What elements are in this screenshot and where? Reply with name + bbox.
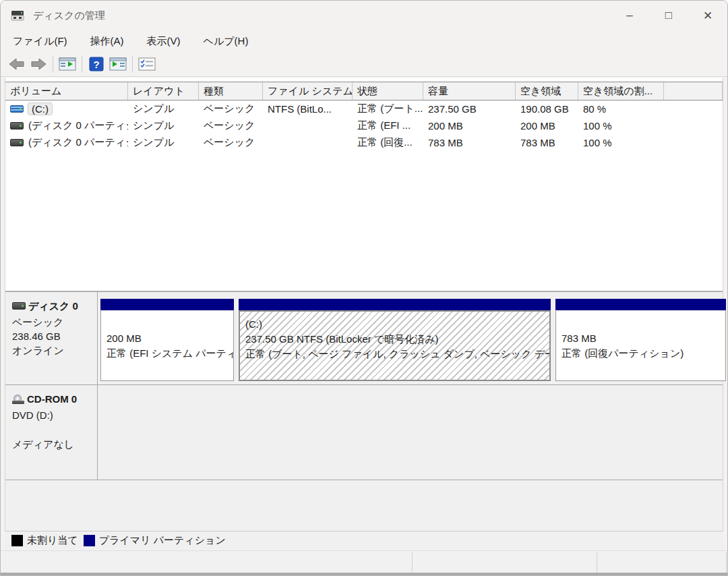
type-cell: ベーシック <box>199 134 263 151</box>
help-icon[interactable]: ? <box>86 55 107 74</box>
maximize-button[interactable]: □ <box>649 1 688 30</box>
volume-disk-icon <box>10 105 24 113</box>
table-row-efi-partition[interactable]: (ディスク 0 パーティシ... シンプル ベーシック 正常 (EFI ... … <box>5 117 723 134</box>
volume-list-header: ボリューム レイアウト 種類 ファイル システム 状態 容量 空き領域 空き領域… <box>5 82 723 100</box>
partition-recovery[interactable]: 783 MB 正常 (回復パーティション) <box>555 299 726 381</box>
toolbar: ? <box>1 52 727 77</box>
cdrom-name: CD-ROM 0 <box>27 392 77 406</box>
cdrom-empty-area <box>98 385 723 480</box>
column-header-filesystem[interactable]: ファイル システム <box>263 82 353 100</box>
menu-bar: ファイル(F) 操作(A) 表示(V) ヘルプ(H) <box>1 30 727 52</box>
status-bar-section <box>1 552 413 573</box>
minimize-button[interactable]: – <box>610 1 649 30</box>
cdrom-media-status: メディアなし <box>12 437 93 451</box>
menu-action[interactable]: 操作(A) <box>90 35 124 48</box>
window-bottom-edge <box>1 573 727 575</box>
column-header-free-space[interactable]: 空き領域 <box>516 82 578 100</box>
type-cell: ベーシック <box>199 117 263 134</box>
disk0-name: ディスク 0 <box>28 299 78 313</box>
partition-size: 237.50 GB NTFS (BitLocker で暗号化済み) <box>245 332 544 347</box>
percent-free-cell: 100 % <box>578 134 664 151</box>
column-header-status[interactable]: 状態 <box>353 82 423 100</box>
column-header-volume[interactable]: ボリューム <box>5 82 128 100</box>
volume-name-cell: (C:) <box>5 100 128 117</box>
unallocated-swatch <box>11 535 23 546</box>
volume-label: (ディスク 0 パーティシ... <box>28 119 128 132</box>
partition-status: 正常 (回復パーティション) <box>562 346 720 361</box>
status-bar-section <box>414 552 597 573</box>
disk0-partitions: 200 MB 正常 (EFI システム パーティシ (C:) 237.50 GB… <box>98 292 728 384</box>
disk-management-window: ディスクの管理 – □ ✕ ファイル(F) 操作(A) 表示(V) ヘルプ(H) <box>0 0 728 576</box>
toolbar-separator <box>82 56 82 72</box>
layout-cell: シンプル <box>128 117 199 134</box>
menu-view[interactable]: 表示(V) <box>147 35 181 48</box>
disk-icon <box>12 302 26 310</box>
window-controls: – □ ✕ <box>610 1 727 30</box>
disk0-row: ディスク 0 ベーシック 238.46 GB オンライン 200 MB 正常 (… <box>5 291 723 385</box>
partition-status: 正常 (ブート, ページ ファイル, クラッシュ ダンプ, ベーシック データ … <box>245 347 544 362</box>
column-header-layout[interactable]: レイアウト <box>128 82 199 100</box>
cdrom-drive-letter: DVD (D:) <box>12 408 93 422</box>
column-header-type[interactable]: 種類 <box>199 82 263 100</box>
legend-bar: 未割り当て プライマリ パーティション <box>5 531 723 549</box>
disk0-status: オンライン <box>12 343 93 357</box>
action-pane-icon[interactable] <box>107 55 129 74</box>
cdrom-row: CD-ROM 0 DVD (D:) メディアなし <box>5 385 723 480</box>
volume-disk-icon <box>10 139 24 146</box>
primary-partition-swatch <box>84 535 95 546</box>
partition-c[interactable]: (C:) 237.50 GB NTFS (BitLocker で暗号化済み) 正… <box>239 299 551 381</box>
console-tree-icon[interactable] <box>57 55 78 74</box>
menu-file[interactable]: ファイル(F) <box>13 35 67 48</box>
close-button[interactable]: ✕ <box>688 1 727 30</box>
column-header-percent-free[interactable]: 空き領域の割... <box>578 82 664 100</box>
cdrom-info-panel[interactable]: CD-ROM 0 DVD (D:) メディアなし <box>5 385 98 480</box>
layout-cell: シンプル <box>128 134 199 151</box>
capacity-cell: 237.50 GB <box>423 100 516 117</box>
graphical-view: ディスク 0 ベーシック 238.46 GB オンライン 200 MB 正常 (… <box>5 291 723 531</box>
table-row-volume-c[interactable]: (C:) シンプル ベーシック NTFS (BitLo... 正常 (ブート..… <box>5 100 723 117</box>
volume-label: (C:) <box>28 103 52 115</box>
disk0-info-panel[interactable]: ディスク 0 ベーシック 238.46 GB オンライン <box>5 292 98 384</box>
unallocated-label: 未割り当て <box>27 534 78 547</box>
partition-status: 正常 (EFI システム パーティシ <box>107 346 228 361</box>
back-icon[interactable] <box>6 55 28 74</box>
volume-disk-icon <box>10 122 24 129</box>
type-cell: ベーシック <box>199 100 263 117</box>
partition-efi[interactable]: 200 MB 正常 (EFI システム パーティシ <box>100 299 234 381</box>
partition-header-bar <box>100 299 234 310</box>
volume-name-cell: (ディスク 0 パーティシ... <box>5 134 128 151</box>
filesystem-cell: NTFS (BitLo... <box>263 100 353 117</box>
title-bar: ディスクの管理 – □ ✕ <box>1 1 727 30</box>
toolbar-separator <box>132 56 133 72</box>
partition-size: 783 MB <box>562 331 720 346</box>
volume-name-cell: (ディスク 0 パーティシ... <box>5 117 128 134</box>
column-header-empty[interactable] <box>664 82 723 100</box>
free-space-cell: 783 MB <box>516 134 578 151</box>
properties-icon[interactable] <box>136 55 158 74</box>
menu-help[interactable]: ヘルプ(H) <box>204 35 249 48</box>
partition-header-bar <box>555 299 726 310</box>
layout-cell: シンプル <box>128 100 199 117</box>
window-title: ディスクの管理 <box>33 9 105 22</box>
status-cell: 正常 (ブート... <box>353 100 423 117</box>
forward-icon[interactable] <box>28 55 49 74</box>
filesystem-cell <box>263 134 353 151</box>
cdrom-icon <box>12 395 24 404</box>
partition-name: (C:) <box>245 317 544 332</box>
status-bar <box>1 550 727 574</box>
free-space-cell: 190.08 GB <box>516 100 578 117</box>
status-bar-section <box>599 552 727 573</box>
volume-list: ボリューム レイアウト 種類 ファイル システム 状態 容量 空き領域 空き領域… <box>5 78 723 291</box>
svg-text:?: ? <box>93 59 99 70</box>
partition-header-bar <box>239 299 551 310</box>
free-space-cell: 200 MB <box>516 117 578 134</box>
partition-size: 200 MB <box>107 331 228 346</box>
capacity-cell: 783 MB <box>423 134 516 151</box>
table-row-recovery-partition[interactable]: (ディスク 0 パーティシ... シンプル ベーシック 正常 (回復... 78… <box>5 134 723 151</box>
column-header-capacity[interactable]: 容量 <box>423 82 516 100</box>
volume-label: (ディスク 0 パーティシ... <box>28 136 128 149</box>
status-cell: 正常 (回復... <box>353 134 423 151</box>
disk0-kind: ベーシック <box>12 315 93 329</box>
disk0-size: 238.46 GB <box>12 329 93 343</box>
app-icon <box>10 9 26 22</box>
